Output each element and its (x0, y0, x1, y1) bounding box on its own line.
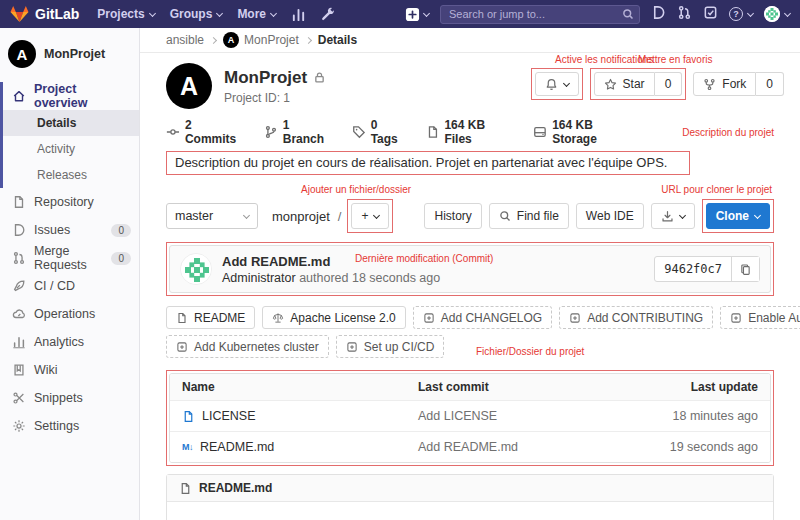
star-count[interactable]: 0 (655, 72, 683, 96)
table-row[interactable]: LICENSE Add LICENSE 18 minutes ago (170, 400, 770, 431)
scale-icon (272, 312, 284, 324)
sidebar-item-project-overview[interactable]: Project overview (3, 82, 139, 110)
sidebar-item-wiki[interactable]: Wiki (3, 356, 139, 384)
stat-files[interactable]: 164 KB Files (426, 118, 516, 146)
annotation-add-file: Ajouter un fichier/dossier (301, 184, 411, 195)
annotation-favorite: Mettre en favoris (638, 54, 712, 65)
branch-selector[interactable]: master (166, 203, 258, 229)
sidebar-item-analytics[interactable]: Analytics (3, 328, 139, 356)
sidebar-project-header[interactable]: A MonProjet (0, 28, 139, 82)
file-icon (182, 410, 195, 423)
sidebar-item-releases[interactable]: Releases (3, 162, 139, 188)
nav-projects[interactable]: Projects (97, 7, 154, 21)
stat-tags[interactable]: 0 Tags (352, 118, 408, 146)
stat-commits[interactable]: 2 Commits (166, 118, 246, 146)
fork-button[interactable]: Fork (693, 72, 756, 96)
navbar-merge-requests-button[interactable] (677, 5, 692, 23)
gitlab-tanuki-icon (10, 5, 29, 23)
copy-hash-button[interactable] (731, 257, 759, 281)
project-title-row: MonProjet (224, 68, 326, 88)
table-row[interactable]: M↓ README.md Add README.md 19 seconds ag… (170, 431, 770, 462)
lock-icon (313, 71, 326, 84)
sidebar-item-merge-requests[interactable]: Merge Requests 0 (3, 244, 139, 272)
add-file-button[interactable]: + (351, 203, 389, 229)
sidebar-item-settings[interactable]: Settings (3, 412, 139, 440)
file-last-update: 19 seconds ago (620, 440, 770, 454)
navbar-issues-button[interactable] (651, 5, 666, 23)
project-avatar: A (8, 40, 36, 68)
nav-admin-button[interactable] (321, 7, 336, 22)
sidebar-item-ci-cd[interactable]: CI / CD (3, 272, 139, 300)
nav-activity-chart-button[interactable] (291, 7, 306, 22)
notifications-button[interactable] (535, 72, 579, 96)
stat-branches[interactable]: 1 Branch (264, 118, 334, 146)
star-button[interactable]: Star (594, 72, 655, 96)
sidebar-item-issues[interactable]: Issues 0 (3, 216, 139, 244)
commit-author-link[interactable]: Administrator (222, 271, 296, 285)
history-button[interactable]: History (424, 203, 481, 229)
license-button[interactable]: Apache License 2.0 (262, 306, 405, 329)
find-file-button[interactable]: Find file (489, 203, 569, 229)
clone-button[interactable]: Clone (706, 203, 770, 229)
nav-groups[interactable]: Groups (170, 7, 223, 21)
merge-request-icon (12, 251, 26, 265)
sidebar-item-repository[interactable]: Repository (3, 188, 139, 216)
branch-icon (264, 125, 278, 139)
breadcrumb-details: Details (318, 33, 357, 47)
navbar-todos-button[interactable] (703, 5, 718, 23)
home-icon (12, 89, 26, 103)
gitlab-home-link[interactable]: GitLab (10, 5, 79, 23)
readme-header[interactable]: README.md (167, 475, 773, 502)
readme-button[interactable]: README (166, 306, 255, 329)
nav-more[interactable]: More (237, 7, 276, 21)
wrench-icon (321, 7, 336, 22)
header-actions: Active les notifications Mettre en favor… (524, 54, 784, 100)
chevron-down-icon (149, 9, 156, 16)
sidebar-item-operations[interactable]: Operations (3, 300, 139, 328)
file-last-commit[interactable]: Add README.md (410, 440, 620, 454)
file-last-commit[interactable]: Add LICENSE (410, 409, 620, 423)
setup-cicd-button[interactable]: Set up CI/CD (336, 335, 445, 358)
chevron-down-icon (563, 79, 570, 86)
file-link[interactable]: README.md (200, 440, 274, 454)
chevron-down-icon (270, 9, 277, 16)
stat-storage[interactable]: 164 KB Storage (533, 118, 640, 146)
markdown-icon: M↓ (182, 442, 193, 452)
user-menu-button[interactable] (764, 6, 790, 22)
repo-path[interactable]: monprojet (272, 209, 330, 224)
ci-cd-icon (12, 279, 26, 293)
gear-icon (12, 419, 26, 433)
annotation-files: Fichier/Dossier du projet (476, 346, 584, 357)
search-input[interactable] (440, 5, 640, 24)
sidebar-item-details[interactable]: Details (3, 110, 139, 136)
new-menu-button[interactable] (405, 7, 429, 22)
fork-count[interactable]: 0 (756, 72, 784, 96)
sidebar-item-snippets[interactable]: Snippets (3, 384, 139, 412)
file-table-header: Name Last commit Last update (170, 374, 770, 400)
user-avatar (764, 6, 780, 22)
sidebar-section-items: Repository Issues 0 Merge Requests 0 CI … (0, 188, 139, 440)
annotation-last-commit: Dernière modification (Commit) (355, 253, 493, 264)
gitlab-app: GitLab Projects Groups More (0, 0, 800, 520)
add-changelog-button[interactable]: Add CHANGELOG (413, 306, 552, 329)
commit-author-avatar[interactable] (180, 253, 212, 285)
bar-chart-icon (291, 7, 306, 22)
annotation-clone-url: URL pour cloner le projet (661, 184, 772, 195)
breadcrumb-group[interactable]: ansible (166, 33, 204, 47)
mr-count-badge: 0 (111, 252, 131, 265)
breadcrumb-project[interactable]: A MonProjet (223, 32, 299, 48)
download-button[interactable] (651, 203, 695, 229)
navbar-menu: Projects Groups More (97, 7, 336, 22)
add-contributing-button[interactable]: Add CONTRIBUTING (559, 306, 713, 329)
enable-auto-devops-button[interactable]: Enable Auto DevOps (720, 306, 800, 329)
sidebar-section-overview: Project overview Details Activity Releas… (0, 82, 139, 188)
navbar-help-button[interactable]: ? (729, 7, 753, 21)
web-ide-button[interactable]: Web IDE (576, 203, 644, 229)
file-link[interactable]: LICENSE (202, 409, 256, 423)
chevron-down-icon (373, 211, 380, 218)
sidebar-item-activity[interactable]: Activity (3, 136, 139, 162)
last-commit-card: Add README.md Administrator authored 18 … (169, 245, 771, 293)
add-kubernetes-button[interactable]: Add Kubernetes cluster (166, 335, 329, 358)
copy-icon (739, 263, 752, 276)
snippets-scissors-icon (12, 391, 26, 405)
